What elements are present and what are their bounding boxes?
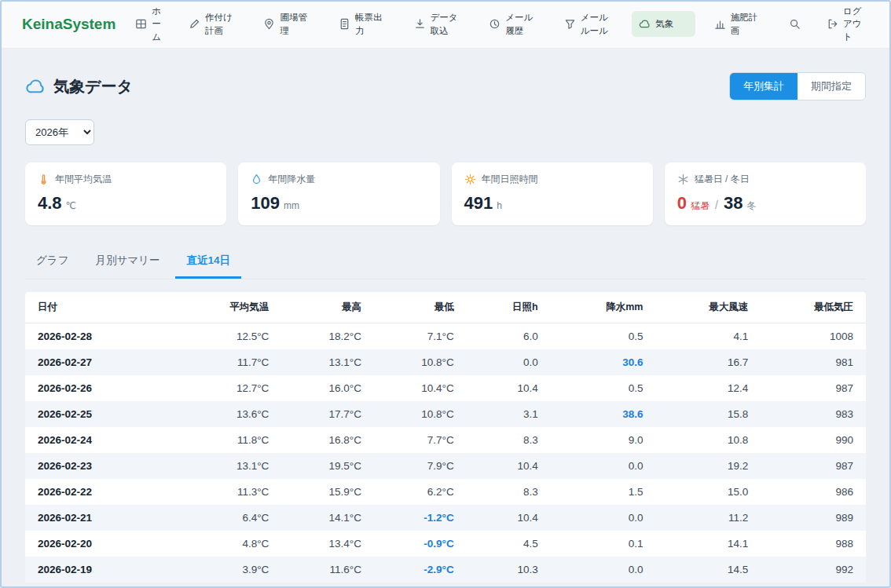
pencil-icon [189,18,200,30]
value-cell: 7.1°C [374,323,467,350]
value-cell: 986 [761,479,866,505]
droplet-icon [251,173,262,185]
value-cell: 17.7°C [281,401,374,427]
value-cell: -0.9°C [374,531,467,557]
value-cell: 8.3 [467,479,551,505]
nav-item-home[interactable]: ホーム [128,0,170,50]
view-tabs: グラフ月別サマリー直近14日 [25,246,866,279]
tab-recent-14-days[interactable]: 直近14日 [175,246,241,279]
main-content: 気象データ 年別集計 期間指定 2026年 年間平均気温 4.8 ℃ 年間降水量 [0,72,891,583]
date-cell: 2026-02-21 [25,505,189,531]
nav-item-data-import[interactable]: データ取込 [407,5,471,43]
value-cell: 10.4°C [374,375,467,401]
value-cell: 11.2 [655,505,761,531]
value-cell: 19.5°C [281,453,374,479]
column-header: 平均気温 [189,292,282,323]
funnel-icon [564,18,576,30]
value-cell: -2.9°C [374,557,467,583]
rainfall-value: 109 [251,193,280,214]
logout-icon [827,18,838,30]
value-cell: 3.1 [467,401,551,427]
sun-icon [464,173,476,185]
tab-monthly-summary[interactable]: 月別サマリー [84,246,170,279]
window-icon [135,18,147,30]
value-cell: 10.3 [467,557,551,583]
stat-cards: 年間平均気温 4.8 ℃ 年間降水量 109 mm 年間日照時間 491 [25,163,866,225]
nav-item-label: データ取込 [431,11,464,37]
value-cell: 992 [761,557,866,583]
value-cell: 4.1 [655,323,761,350]
value-cell: 4.8°C [189,531,282,557]
period-select-button[interactable]: 期間指定 [798,73,865,100]
page-title: 気象データ [53,76,133,97]
brand-logo[interactable]: KeinaSystem [22,16,116,33]
nav-item-mail-history[interactable]: メール履歴 [482,5,545,43]
value-cell: 981 [761,349,866,375]
value-cell: 15.9°C [281,479,374,505]
value-cell: -1.2°C [374,505,467,531]
value-cell: 12.4 [655,375,761,401]
winter-days-label: 冬 [746,199,756,213]
nav-item-label: 作付け計画 [205,11,238,37]
table-row: 2026-02-2812.5°C18.2°C7.1°C6.00.54.11008 [25,323,866,350]
year-select[interactable]: 2026年 [25,119,94,145]
value-cell: 13.6°C [189,401,282,427]
nav-item-weather[interactable]: 気象 [632,11,695,37]
value-cell: 7.9°C [374,453,467,479]
table-row: 2026-02-2411.8°C16.8°C7.7°C8.39.010.8990 [25,427,866,453]
value-cell: 18.2°C [281,323,374,350]
value-cell: 0.1 [551,531,656,557]
hot-days-label: 猛暑 [691,199,710,213]
value-cell: 14.1°C [281,505,374,531]
tab-graph[interactable]: グラフ [25,246,79,279]
value-cell: 10.4 [467,375,551,401]
recent-days-table: 日付平均気温最高最低日照h降水mm最大風速最低気圧 2026-02-2812.5… [25,292,866,583]
stat-card-rainfall: 年間降水量 109 mm [238,163,439,225]
column-header: 日付 [25,292,189,323]
value-cell: 11.6°C [281,557,374,583]
column-header: 降水mm [551,292,656,323]
value-cell: 11.7°C [189,349,282,375]
table-row: 2026-02-216.4°C14.1°C-1.2°C10.40.011.298… [25,505,866,531]
value-cell: 15.8 [655,401,761,427]
nav-item-fertilizer-plan[interactable]: 施肥計画 [707,5,771,43]
top-navbar: KeinaSystem ホーム作付け計画圃場管理帳票出力データ取込メール履歴メー… [0,0,891,49]
separator: / [715,199,718,211]
hot-days-value: 0 [677,193,687,214]
nav-item-search[interactable] [782,12,808,36]
table-row: 2026-02-2711.7°C13.1°C10.8°C0.030.616.79… [25,349,866,375]
avg-temp-value: 4.8 [38,193,62,214]
date-cell: 2026-02-22 [25,479,189,505]
value-cell: 1.5 [551,479,656,505]
nav-item-planting-plan[interactable]: 作付け計画 [182,5,245,43]
aggregation-toggle: 年別集計 期間指定 [729,72,866,100]
value-cell: 12.5°C [189,323,282,350]
snowflake-icon [677,173,689,185]
nav-item-label: メールルール [581,11,614,37]
sunshine-unit: h [497,200,502,211]
value-cell: 16.7 [655,349,761,375]
chart-icon [714,18,726,30]
stat-card-label: 年間平均気温 [55,173,112,186]
value-cell: 10.4 [467,505,551,531]
nav-item-report-output[interactable]: 帳票出力 [332,5,395,43]
value-cell: 30.6 [551,349,656,375]
winter-days-value: 38 [724,193,742,214]
value-cell: 987 [761,453,866,479]
value-cell: 12.7°C [189,375,282,401]
nav-item-logout[interactable]: ログアウト [820,0,872,50]
value-cell: 3.9°C [189,557,282,583]
nav-item-mail-rules[interactable]: メールルール [557,5,621,43]
column-header: 日照h [467,292,551,323]
value-cell: 14.1 [655,531,761,557]
date-cell: 2026-02-20 [25,531,189,557]
history-icon [489,18,500,30]
thermometer-icon [38,173,50,185]
date-cell: 2026-02-27 [25,349,189,375]
nav-item-field-management[interactable]: 圃場管理 [256,5,320,43]
avg-temp-unit: ℃ [66,200,76,211]
value-cell: 15.0 [655,479,761,505]
yearly-summary-button[interactable]: 年別集計 [730,73,798,100]
value-cell: 0.0 [551,505,656,531]
value-cell: 10.8°C [374,349,467,375]
